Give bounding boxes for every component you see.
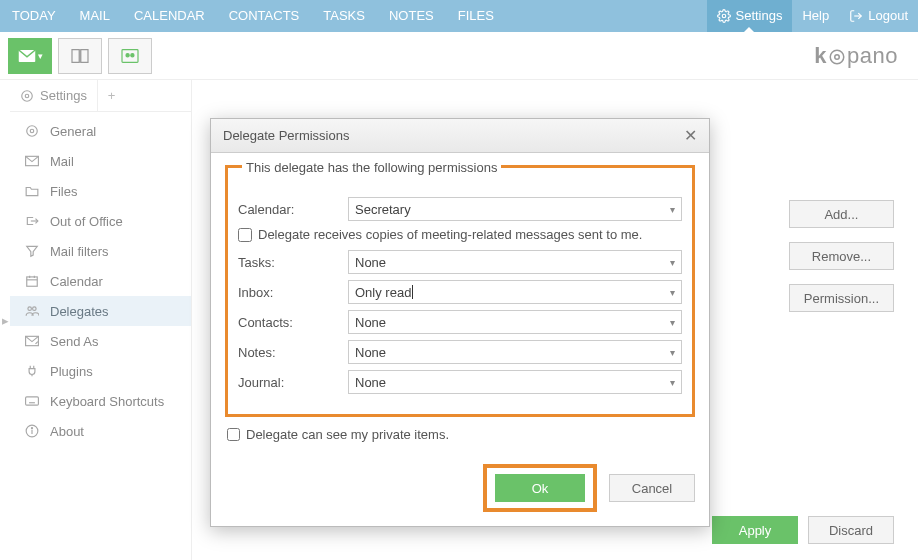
- sidebar-collapse-handle[interactable]: ▸: [0, 80, 10, 560]
- sidebar-item-delegates[interactable]: Delegates: [10, 296, 191, 326]
- sidebar-item-out-of-office[interactable]: Out of Office: [10, 206, 191, 236]
- add-button[interactable]: Add...: [789, 200, 894, 228]
- meeting-copies-checkbox[interactable]: [238, 228, 252, 242]
- journal-select[interactable]: None▾: [348, 370, 682, 394]
- sidebar-item-label: Delegates: [50, 304, 109, 319]
- filter-icon: [24, 243, 40, 259]
- compose-button[interactable]: ▾: [8, 38, 52, 74]
- dialog-title-text: Delegate Permissions: [223, 128, 349, 143]
- logout-icon: [849, 9, 863, 23]
- delegates-action-buttons: Add... Remove... Permission...: [789, 200, 894, 312]
- contacts-label: Contacts:: [238, 315, 338, 330]
- sidebar-item-calendar[interactable]: Calendar: [10, 266, 191, 296]
- nav-tasks[interactable]: TASKS: [311, 0, 377, 32]
- nav-settings[interactable]: Settings: [707, 0, 793, 32]
- footer-buttons: Apply Discard: [712, 516, 894, 544]
- gear-icon: [828, 48, 846, 66]
- nav-logout-label: Logout: [868, 0, 908, 32]
- nav-settings-label: Settings: [736, 0, 783, 32]
- calendar-select[interactable]: Secretary▾: [348, 197, 682, 221]
- private-items-checkbox[interactable]: [227, 428, 240, 441]
- sidebar-item-label: General: [50, 124, 96, 139]
- sidebar-item-general[interactable]: General: [10, 116, 191, 146]
- nav-mail[interactable]: MAIL: [68, 0, 122, 32]
- journal-label: Journal:: [238, 375, 338, 390]
- sidebar-item-label: Mail: [50, 154, 74, 169]
- chevron-down-icon: ▾: [670, 347, 675, 358]
- nav-help[interactable]: Help: [792, 0, 839, 32]
- chevron-down-icon: ▾: [670, 287, 675, 298]
- ok-highlight-frame: Ok: [483, 464, 597, 512]
- svg-point-9: [25, 94, 29, 98]
- out-icon: [24, 213, 40, 229]
- svg-point-5: [126, 53, 129, 56]
- notes-select[interactable]: None▾: [348, 340, 682, 364]
- people-icon: [24, 303, 40, 319]
- sidebar: Settings + GeneralMailFilesOut of Office…: [10, 80, 192, 560]
- info-icon: [24, 423, 40, 439]
- svg-point-19: [33, 307, 37, 311]
- dialog-titlebar[interactable]: Delegate Permissions ✕: [211, 119, 709, 153]
- notes-label: Notes:: [238, 345, 338, 360]
- inbox-select[interactable]: Only read▾: [348, 280, 682, 304]
- sidebar-tab-settings[interactable]: Settings: [10, 80, 97, 112]
- keyboard-icon: [24, 393, 40, 409]
- sidebar-item-files[interactable]: Files: [10, 176, 191, 206]
- svg-point-29: [31, 428, 32, 429]
- sidebar-item-label: Mail filters: [50, 244, 109, 259]
- inbox-label: Inbox:: [238, 285, 338, 300]
- chevron-down-icon: ▾: [670, 317, 675, 328]
- nav-logout[interactable]: Logout: [839, 0, 918, 32]
- sidebar-tabbar: Settings +: [10, 80, 191, 112]
- sidebar-item-label: Send As: [50, 334, 98, 349]
- nav-notes[interactable]: NOTES: [377, 0, 446, 32]
- chevron-down-icon: ▾: [670, 377, 675, 388]
- sidebar-item-about[interactable]: About: [10, 416, 191, 446]
- apply-button[interactable]: Apply: [712, 516, 798, 544]
- sidebar-tab-label: Settings: [40, 88, 87, 103]
- sidebar-item-keyboard-shortcuts[interactable]: Keyboard Shortcuts: [10, 386, 191, 416]
- tasks-label: Tasks:: [238, 255, 338, 270]
- calendar-label: Calendar:: [238, 202, 338, 217]
- gear-icon: [24, 123, 40, 139]
- discard-button[interactable]: Discard: [808, 516, 894, 544]
- sidebar-item-label: Out of Office: [50, 214, 123, 229]
- svg-point-6: [131, 53, 134, 56]
- sidebar-add-tab[interactable]: +: [97, 80, 125, 112]
- private-items-label: Delegate can see my private items.: [246, 427, 449, 442]
- mail-icon: [24, 153, 40, 169]
- nav-contacts[interactable]: CONTACTS: [217, 0, 312, 32]
- gear-icon: [20, 89, 34, 103]
- gear-icon: [717, 9, 731, 23]
- sidebar-item-send-as[interactable]: Send As: [10, 326, 191, 356]
- permission-button[interactable]: Permission...: [789, 284, 894, 312]
- nav-files[interactable]: FILES: [446, 0, 506, 32]
- svg-point-0: [722, 14, 726, 18]
- contacts-button[interactable]: [108, 38, 152, 74]
- remove-button[interactable]: Remove...: [789, 242, 894, 270]
- cancel-button[interactable]: Cancel: [609, 474, 695, 502]
- svg-point-8: [830, 50, 844, 64]
- svg-point-7: [835, 54, 840, 59]
- svg-point-18: [28, 307, 32, 311]
- sidebar-item-label: Calendar: [50, 274, 103, 289]
- nav-today[interactable]: TODAY: [0, 0, 68, 32]
- addressbook-button[interactable]: [58, 38, 102, 74]
- svg-rect-4: [122, 49, 138, 62]
- tasks-select[interactable]: None▾: [348, 250, 682, 274]
- brand-logo: kpano: [814, 43, 898, 69]
- chevron-down-icon: ▾: [670, 204, 675, 215]
- permissions-fieldset: This delegate has the following permissi…: [225, 165, 695, 417]
- sidebar-item-label: Plugins: [50, 364, 93, 379]
- svg-point-11: [30, 129, 34, 133]
- svg-rect-21: [26, 397, 39, 405]
- contacts-select[interactable]: None▾: [348, 310, 682, 334]
- svg-rect-14: [27, 277, 38, 286]
- sidebar-item-plugins[interactable]: Plugins: [10, 356, 191, 386]
- nav-calendar[interactable]: CALENDAR: [122, 0, 217, 32]
- sidebar-item-mail[interactable]: Mail: [10, 146, 191, 176]
- fieldset-legend: This delegate has the following permissi…: [242, 160, 501, 175]
- ok-button[interactable]: Ok: [495, 474, 585, 502]
- sidebar-item-mail-filters[interactable]: Mail filters: [10, 236, 191, 266]
- close-icon[interactable]: ✕: [684, 126, 697, 145]
